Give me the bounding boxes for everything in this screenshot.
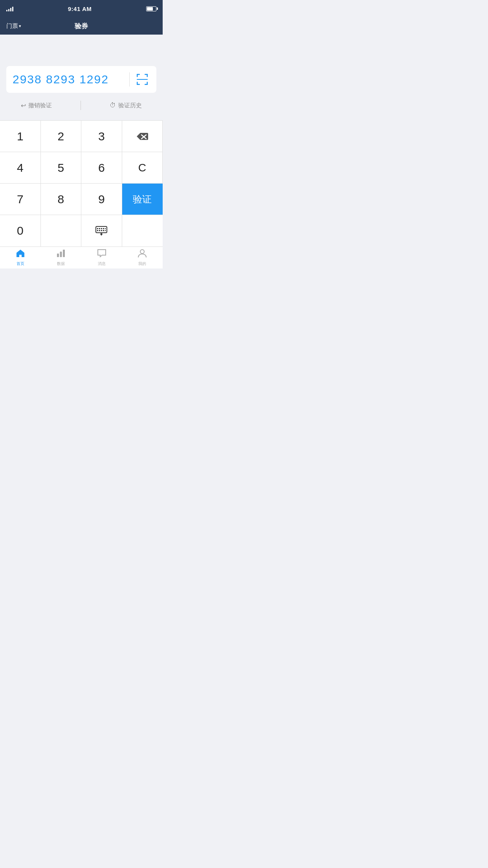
main-content: 2938 8293 1292 ↩ 撤销验证 ⏱ xyxy=(0,35,163,120)
key-backspace[interactable] xyxy=(122,121,163,152)
status-bar: 9:41 AM xyxy=(0,0,163,17)
tab-home[interactable]: 首页 xyxy=(0,247,41,268)
key-3[interactable]: 3 xyxy=(81,121,122,152)
verify-history-button[interactable]: ⏱ 验证历史 xyxy=(110,102,142,109)
nav-left-label: 门票 xyxy=(6,22,18,30)
key-5[interactable]: 5 xyxy=(41,152,82,184)
svg-rect-17 xyxy=(97,230,98,231)
svg-rect-24 xyxy=(60,252,62,257)
svg-rect-15 xyxy=(103,228,104,229)
key-7[interactable]: 7 xyxy=(0,184,41,215)
svg-rect-23 xyxy=(57,254,59,257)
svg-rect-19 xyxy=(101,230,102,231)
svg-rect-25 xyxy=(63,250,65,257)
key-6[interactable]: 6 xyxy=(81,152,122,184)
tab-bar: 首页 数据 消息 我的 xyxy=(0,246,163,268)
ticket-input-card: 2938 8293 1292 xyxy=(6,66,156,93)
key-0[interactable]: 0 xyxy=(0,215,41,246)
undo-verify-button[interactable]: ↩ 撤销验证 xyxy=(21,102,52,109)
scan-button[interactable] xyxy=(134,72,150,87)
status-left xyxy=(6,6,13,11)
svg-rect-13 xyxy=(99,228,100,229)
battery-icon xyxy=(146,6,156,11)
svg-rect-18 xyxy=(99,230,100,231)
svg-rect-11 xyxy=(96,226,107,233)
action-divider xyxy=(81,101,81,110)
key-keyboard[interactable] xyxy=(81,215,122,246)
input-divider xyxy=(129,72,130,86)
svg-rect-8 xyxy=(137,79,148,80)
status-time: 9:41 AM xyxy=(68,6,92,12)
key-8[interactable]: 8 xyxy=(41,184,82,215)
tab-profile[interactable]: 我的 xyxy=(122,247,163,268)
tab-messages-label: 消息 xyxy=(98,261,106,267)
data-icon xyxy=(56,249,66,260)
svg-rect-3 xyxy=(147,74,148,77)
message-icon xyxy=(97,249,106,260)
key-4[interactable]: 4 xyxy=(0,152,41,184)
tab-home-label: 首页 xyxy=(17,261,24,267)
key-empty xyxy=(41,215,82,246)
svg-rect-16 xyxy=(105,228,106,229)
nav-left-menu[interactable]: 门票 ▾ xyxy=(6,22,21,30)
home-icon xyxy=(16,249,25,260)
ticket-number-display: 2938 8293 1292 xyxy=(13,73,125,86)
clock-icon: ⏱ xyxy=(110,102,116,109)
key-verify[interactable]: 验证 xyxy=(122,184,163,215)
svg-rect-14 xyxy=(101,228,102,229)
nav-bar: 门票 ▾ 验券 xyxy=(0,17,163,35)
history-label: 验证历史 xyxy=(118,102,142,109)
key-2[interactable]: 2 xyxy=(41,121,82,152)
nav-title: 验券 xyxy=(75,22,88,31)
action-row: ↩ 撤销验证 ⏱ 验证历史 xyxy=(6,94,156,116)
key-1[interactable]: 1 xyxy=(0,121,41,152)
key-9[interactable]: 9 xyxy=(81,184,122,215)
svg-rect-7 xyxy=(147,82,148,85)
tab-messages[interactable]: 消息 xyxy=(81,247,122,268)
chevron-down-icon: ▾ xyxy=(19,24,21,29)
undo-label: 撤销验证 xyxy=(28,102,52,109)
keypad: 1 2 3 4 5 6 C 7 8 9 验证 0 xyxy=(0,120,163,246)
svg-rect-12 xyxy=(97,228,98,229)
signal-icon xyxy=(6,6,13,11)
svg-rect-20 xyxy=(103,230,104,231)
svg-rect-1 xyxy=(137,74,138,77)
svg-point-26 xyxy=(140,250,144,254)
svg-rect-21 xyxy=(105,230,106,231)
undo-icon: ↩ xyxy=(21,102,26,109)
tab-data-label: 数据 xyxy=(57,261,65,267)
tab-profile-label: 我的 xyxy=(138,261,146,267)
key-clear[interactable]: C xyxy=(122,152,163,184)
tab-data[interactable]: 数据 xyxy=(41,247,82,268)
profile-icon xyxy=(138,249,147,260)
svg-rect-5 xyxy=(137,82,138,85)
